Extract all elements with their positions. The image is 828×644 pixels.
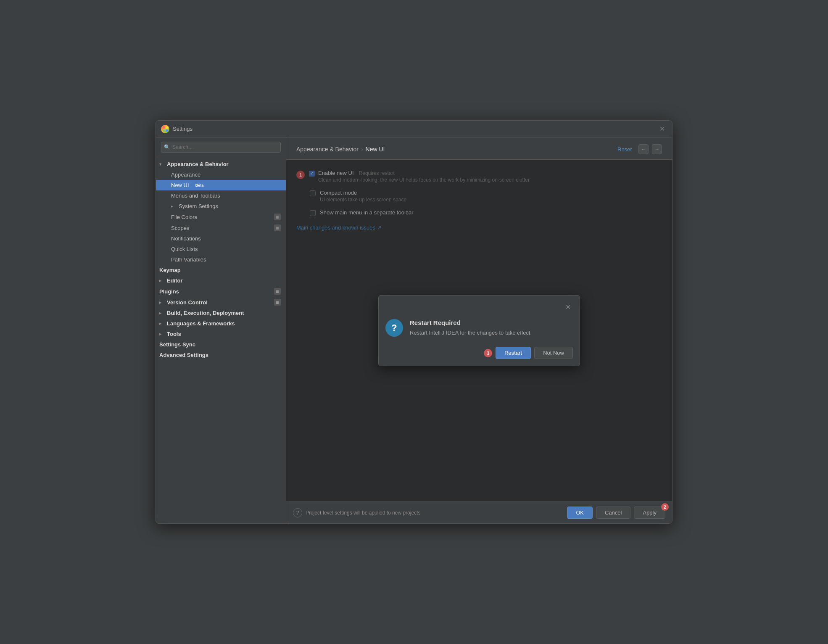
requires-restart-label: Requires restart — [359, 170, 395, 176]
sidebar-item-label: Path Variables — [171, 256, 206, 263]
sidebar-item-label: Keymap — [159, 267, 181, 273]
sidebar-item-appearance-behavior[interactable]: ▾ Appearance & Behavior — [156, 159, 286, 169]
window-title: Settings — [173, 126, 657, 132]
sidebar-item-settings-sync[interactable]: Settings Sync — [156, 339, 286, 350]
restart-btn-wrap: 3 Restart — [484, 347, 531, 359]
sidebar-item-tools[interactable]: ▸ Tools — [156, 329, 286, 339]
ok-button[interactable]: OK — [567, 507, 593, 519]
modal-question-icon: ? — [385, 319, 403, 337]
badge-1: 1 — [296, 171, 305, 179]
sidebar-item-label: Appearance — [171, 172, 200, 178]
sidebar-item-label: System Settings — [179, 203, 218, 209]
header-controls: Reset ← → — [614, 144, 662, 154]
restart-button[interactable]: Restart — [496, 347, 531, 359]
breadcrumb-separator: › — [361, 146, 363, 153]
cancel-button[interactable]: Cancel — [596, 507, 630, 519]
svg-rect-3 — [166, 129, 168, 132]
breadcrumb: Appearance & Behavior › New UI — [296, 146, 385, 153]
sidebar-item-version-control[interactable]: ▸ Version Control ▦ — [156, 297, 286, 308]
settings-icon: ▦ — [274, 214, 281, 220]
sidebar-item-keymap[interactable]: Keymap — [156, 265, 286, 275]
modal-text: Restart IntelliJ IDEA for the changes to… — [410, 329, 573, 337]
sub-settings-group: Compact mode UI elements take up less sc… — [296, 190, 662, 216]
sidebar-item-label: Scopes — [171, 225, 189, 231]
sidebar-item-build-execution[interactable]: ▸ Build, Execution, Deployment — [156, 308, 286, 318]
sidebar-item-label: Tools — [167, 331, 181, 337]
title-bar: Settings ✕ — [156, 121, 672, 137]
enable-new-ui-checkbox[interactable] — [309, 171, 315, 177]
beta-badge: Beta — [193, 183, 206, 188]
sidebar: 🔍 ▾ Appearance & Behavior Appearance New… — [156, 137, 286, 523]
help-button[interactable]: ? — [293, 508, 302, 517]
sidebar-item-languages-frameworks[interactable]: ▸ Languages & Frameworks — [156, 318, 286, 329]
app-icon — [161, 125, 169, 133]
settings-icon: ▦ — [274, 224, 281, 231]
reset-button[interactable]: Reset — [614, 145, 635, 154]
forward-button[interactable]: → — [652, 144, 662, 154]
sidebar-item-menus-toolbars[interactable]: Menus and Toolbars — [156, 190, 286, 201]
compact-mode-row: Compact mode UI elements take up less sc… — [310, 190, 662, 203]
modal-title: Restart Required — [410, 319, 573, 326]
bottom-status: Project-level settings will be applied t… — [306, 510, 564, 516]
back-button[interactable]: ← — [638, 144, 649, 154]
settings-icon: ▦ — [274, 288, 281, 295]
sidebar-item-appearance[interactable]: Appearance — [156, 169, 286, 180]
not-now-button[interactable]: Not Now — [534, 347, 573, 359]
sidebar-item-quick-lists[interactable]: Quick Lists — [156, 244, 286, 254]
main-body: 1 Enable new UI Requires restart Clean a… — [286, 160, 672, 501]
bottom-bar: ? Project-level settings will be applied… — [286, 501, 672, 523]
sidebar-item-advanced-settings[interactable]: Advanced Settings — [156, 350, 286, 360]
sidebar-item-new-ui[interactable]: New UI Beta — [156, 180, 286, 190]
main-changes-link[interactable]: Main changes and known issues ↗ — [296, 224, 382, 231]
sidebar-item-scopes[interactable]: Scopes ▦ — [156, 222, 286, 233]
search-input[interactable] — [161, 142, 281, 153]
settings-window: Settings ✕ 🔍 ▾ Appearance & Behavior App… — [156, 120, 672, 524]
main-content: Appearance & Behavior › New UI Reset ← →… — [286, 137, 672, 523]
show-menu-checkbox[interactable] — [310, 210, 316, 216]
sidebar-item-label: Build, Execution, Deployment — [167, 310, 244, 316]
chevron-right-icon: ▸ — [159, 300, 164, 305]
search-wrapper: 🔍 — [161, 142, 281, 153]
search-box: 🔍 — [156, 137, 286, 157]
sidebar-item-editor[interactable]: ▸ Editor — [156, 275, 286, 286]
svg-rect-1 — [166, 127, 168, 129]
sidebar-item-file-colors[interactable]: File Colors ▦ — [156, 211, 286, 222]
badge-3: 3 — [484, 349, 492, 357]
enable-new-ui-text: Enable new UI Requires restart Clean and… — [318, 170, 530, 183]
content-area: 🔍 ▾ Appearance & Behavior Appearance New… — [156, 137, 672, 523]
sidebar-item-label: Menus and Toolbars — [171, 193, 220, 199]
compact-mode-checkbox[interactable] — [310, 190, 316, 196]
sidebar-item-label: Version Control — [167, 299, 208, 306]
nav-tree: ▾ Appearance & Behavior Appearance New U… — [156, 157, 286, 523]
apply-button[interactable]: Apply — [634, 507, 665, 519]
show-menu-text: Show main menu in a separate toolbar — [320, 209, 414, 216]
sidebar-item-path-variables[interactable]: Path Variables — [156, 254, 286, 265]
chevron-right-icon: ▸ — [159, 311, 164, 315]
sidebar-item-label: New UI — [171, 182, 189, 188]
restart-dialog: ✕ ? Restart Required Restart IntelliJ ID… — [378, 295, 580, 367]
modal-header: ✕ — [379, 296, 580, 316]
sidebar-item-label: File Colors — [171, 214, 197, 220]
sidebar-item-system-settings[interactable]: ▸ System Settings — [156, 201, 286, 211]
compact-mode-desc: UI elements take up less screen space — [320, 197, 406, 203]
modal-footer: 3 Restart Not Now — [379, 343, 580, 366]
chevron-right-icon: ▸ — [171, 204, 176, 209]
sidebar-item-plugins[interactable]: Plugins ▦ — [156, 286, 286, 297]
search-icon: 🔍 — [164, 144, 170, 150]
modal-close-button[interactable]: ✕ — [563, 302, 573, 312]
chevron-right-icon: ▸ — [159, 278, 164, 283]
sidebar-item-label: Languages & Frameworks — [167, 320, 235, 327]
action-buttons: OK Cancel Apply 2 — [567, 507, 665, 519]
settings-icon: ▦ — [274, 299, 281, 306]
modal-content: Restart Required Restart IntelliJ IDEA f… — [410, 319, 573, 337]
sidebar-item-label: Settings Sync — [159, 341, 195, 348]
close-button[interactable]: ✕ — [657, 124, 667, 134]
breadcrumb-parent: Appearance & Behavior — [296, 146, 359, 153]
chevron-right-icon: ▸ — [159, 332, 164, 336]
sidebar-item-label: Quick Lists — [171, 246, 198, 252]
sidebar-item-notifications[interactable]: Notifications — [156, 233, 286, 244]
sidebar-item-label: Editor — [167, 277, 183, 284]
main-header: Appearance & Behavior › New UI Reset ← → — [286, 137, 672, 160]
compact-mode-label: Compact mode — [320, 190, 406, 196]
show-menu-row: Show main menu in a separate toolbar — [310, 209, 662, 216]
